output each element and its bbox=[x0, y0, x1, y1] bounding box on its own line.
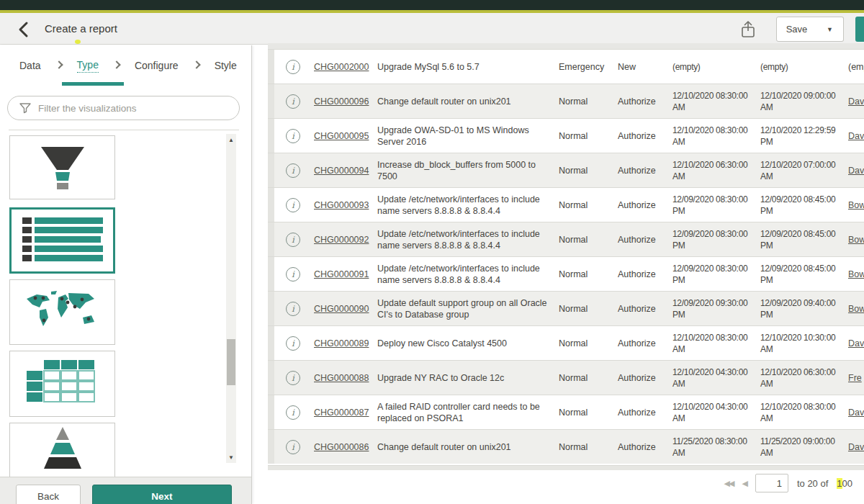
row-left-stub bbox=[268, 222, 274, 256]
end-date: 12/10/2020 12:29:59PM bbox=[760, 125, 848, 148]
table-row: i CHG0000094 Increase db_block_buffers f… bbox=[268, 153, 864, 187]
viz-scrollbar-track[interactable] bbox=[226, 134, 236, 463]
end-date: 12/10/2020 07:00:00AM bbox=[760, 159, 848, 182]
change-number-link[interactable]: CHG0000090 bbox=[314, 304, 377, 314]
assigned-to-link[interactable]: Bow bbox=[848, 304, 864, 314]
assigned-to-link[interactable]: Bow bbox=[848, 200, 864, 210]
top-banner bbox=[0, 0, 864, 10]
change-number-link[interactable]: CHG0000091 bbox=[314, 269, 377, 279]
info-icon[interactable]: i bbox=[286, 163, 300, 178]
active-step-indicator bbox=[62, 82, 124, 86]
table-chart-icon bbox=[27, 359, 99, 409]
viz-thumb-list[interactable] bbox=[9, 207, 115, 274]
change-number-link[interactable]: CHG0000096 bbox=[314, 96, 377, 107]
info-icon[interactable]: i bbox=[286, 94, 300, 109]
change-number-link[interactable]: CHG0000086 bbox=[314, 442, 377, 452]
change-state: Authorize bbox=[618, 269, 672, 279]
table-row: i CHG0000092 Update /etc/network/interfa… bbox=[268, 222, 864, 256]
change-number-link[interactable]: CHG0000095 bbox=[314, 131, 377, 141]
assigned-to-link[interactable]: Dav bbox=[848, 408, 864, 418]
info-icon[interactable]: i bbox=[286, 405, 300, 420]
header-bar: Create a report Save ▼ bbox=[0, 13, 864, 45]
change-type: Normal bbox=[559, 338, 618, 348]
end-date: 12/10/2020 10:30:00AM bbox=[760, 332, 848, 355]
viz-scrollbar-thumb[interactable] bbox=[227, 339, 235, 385]
row-left-stub bbox=[268, 292, 274, 325]
assigned-to-link[interactable]: Dav bbox=[848, 131, 864, 141]
change-type: Emergency bbox=[559, 62, 618, 72]
previous-page-icon[interactable]: ◀ bbox=[742, 479, 746, 488]
short-description: Change default router on unix201 bbox=[377, 441, 559, 453]
change-state: Authorize bbox=[618, 442, 672, 452]
change-number-link[interactable]: CHG0000094 bbox=[314, 166, 377, 176]
step-type[interactable]: Type bbox=[77, 59, 99, 73]
start-date: 12/10/2020 08:30:00AM bbox=[672, 332, 760, 355]
assigned-to-link[interactable]: Fre bbox=[848, 373, 864, 383]
pagination: ◀◀ ◀ to 20 of 100 bbox=[724, 474, 852, 492]
back-button[interactable]: Back bbox=[16, 485, 81, 504]
assigned-to-link[interactable]: Dav bbox=[848, 166, 864, 176]
assigned-to-link[interactable]: Bow bbox=[848, 235, 864, 245]
table-row: i CHG0000093 Update /etc/network/interfa… bbox=[268, 187, 864, 222]
viz-thumb-table[interactable] bbox=[9, 351, 115, 417]
share-icon[interactable] bbox=[739, 19, 757, 40]
assigned-to-link[interactable]: Dav bbox=[848, 96, 864, 107]
assigned-to-link[interactable]: Dav bbox=[848, 338, 864, 348]
info-icon[interactable]: i bbox=[286, 336, 300, 351]
short-description: Upgrade MySql 5.6 to 5.7 bbox=[377, 61, 559, 73]
viz-thumb-pyramid[interactable] bbox=[9, 423, 115, 477]
short-description: Deploy new Cisco Catalyst 4500 bbox=[377, 338, 559, 349]
info-icon[interactable]: i bbox=[286, 371, 300, 385]
filter-visualizations-input[interactable] bbox=[7, 96, 240, 120]
info-icon[interactable]: i bbox=[286, 198, 300, 212]
change-number-link[interactable]: CHG0000089 bbox=[314, 338, 377, 348]
change-number-link[interactable]: CHG0002000 bbox=[314, 62, 377, 72]
pyramid-chart-icon bbox=[27, 424, 99, 477]
info-icon[interactable]: i bbox=[286, 60, 300, 74]
short-description: Update /etc/network/interfaces to includ… bbox=[377, 228, 559, 251]
run-button-partial[interactable] bbox=[855, 17, 864, 42]
step-configure[interactable]: Configure bbox=[135, 60, 179, 71]
row-left-stub bbox=[268, 119, 274, 153]
first-page-icon[interactable]: ◀◀ bbox=[724, 479, 734, 488]
info-icon[interactable]: i bbox=[286, 233, 300, 247]
change-number-link[interactable]: CHG0000093 bbox=[314, 200, 377, 210]
start-date: 12/09/2020 09:30:00PM bbox=[672, 297, 760, 320]
change-number-link[interactable]: CHG0000087 bbox=[314, 408, 377, 418]
assigned-to-link[interactable]: (empty) bbox=[848, 62, 864, 72]
info-icon[interactable]: i bbox=[286, 129, 300, 143]
save-button[interactable]: Save bbox=[776, 17, 817, 42]
table-row: i CHG0000089 Deploy new Cisco Catalyst 4… bbox=[268, 325, 864, 360]
short-description: Change default router on unix201 bbox=[377, 96, 559, 107]
caret-down-icon: ▼ bbox=[827, 26, 833, 33]
info-icon[interactable]: i bbox=[286, 302, 300, 316]
start-date: 12/09/2020 08:30:00PM bbox=[672, 263, 760, 286]
change-state: Authorize bbox=[618, 373, 672, 383]
info-icon[interactable]: i bbox=[286, 267, 300, 282]
chevron-right-icon bbox=[55, 60, 63, 68]
short-description: Increase db_block_buffers from 5000 to 7… bbox=[377, 159, 559, 182]
viz-thumb-funnel[interactable] bbox=[9, 135, 115, 199]
scroll-down-icon[interactable]: ▼ bbox=[226, 453, 236, 463]
chevron-right-icon bbox=[192, 60, 200, 68]
step-style[interactable]: Style bbox=[215, 60, 237, 71]
end-date: 12/10/2020 06:30:00AM bbox=[760, 366, 848, 390]
change-state: Authorize bbox=[618, 408, 672, 418]
assigned-to-link[interactable]: Bow bbox=[848, 269, 864, 279]
step-data[interactable]: Data bbox=[19, 60, 41, 71]
assigned-to-link[interactable]: Dav bbox=[848, 442, 864, 452]
scroll-up-icon[interactable]: ▲ bbox=[226, 135, 236, 145]
next-button[interactable]: Next bbox=[92, 485, 232, 504]
change-number-link[interactable]: CHG0000088 bbox=[314, 373, 377, 383]
start-date: 11/25/2020 08:30:00AM bbox=[672, 436, 760, 459]
back-arrow-icon[interactable] bbox=[14, 20, 33, 39]
end-date: 12/09/2020 08:45:00PM bbox=[760, 194, 848, 217]
save-dropdown-button[interactable]: ▼ bbox=[816, 17, 844, 42]
start-date: 12/10/2020 08:30:00AM bbox=[672, 90, 760, 113]
end-date: 12/09/2020 08:45:00PM bbox=[760, 263, 848, 286]
viz-thumb-map[interactable] bbox=[9, 279, 115, 345]
change-number-link[interactable]: CHG0000092 bbox=[314, 235, 377, 245]
page-start-input[interactable] bbox=[755, 474, 788, 492]
info-icon[interactable]: i bbox=[286, 440, 300, 454]
change-type: Normal bbox=[559, 442, 618, 452]
